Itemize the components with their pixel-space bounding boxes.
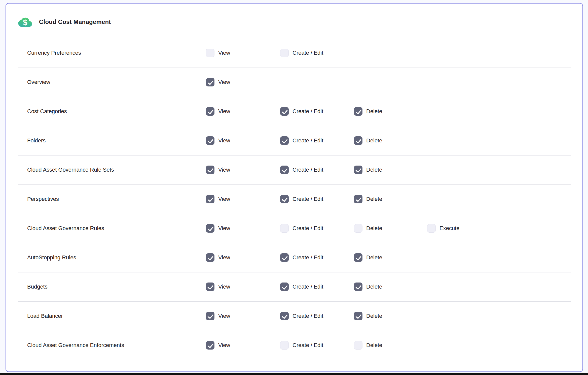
delete-label: Delete bbox=[366, 108, 382, 115]
view-label: View bbox=[218, 313, 230, 319]
permission-create-edit[interactable]: Create / Edit bbox=[280, 224, 323, 233]
permission-execute[interactable]: Execute bbox=[427, 224, 460, 233]
create-edit-checkbox[interactable] bbox=[280, 224, 289, 233]
permission-view[interactable]: View bbox=[206, 136, 230, 145]
permission-create-edit[interactable]: Create / Edit bbox=[280, 283, 323, 291]
view-checkbox[interactable] bbox=[206, 253, 214, 262]
delete-label: Delete bbox=[366, 342, 382, 349]
permission-delete[interactable]: Delete bbox=[354, 224, 382, 233]
permission-create-edit[interactable]: Create / Edit bbox=[280, 107, 323, 116]
permission-delete[interactable]: Delete bbox=[354, 312, 382, 320]
permission-delete[interactable]: Delete bbox=[354, 283, 382, 291]
create-edit-label: Create / Edit bbox=[292, 137, 323, 144]
permission-create-edit[interactable]: Create / Edit bbox=[280, 49, 323, 57]
page-title: Cloud Cost Management bbox=[39, 18, 111, 25]
cloud-dollar-icon: $ bbox=[18, 16, 32, 28]
delete-checkbox[interactable] bbox=[354, 253, 362, 262]
view-checkbox[interactable] bbox=[206, 283, 214, 291]
cloud-cost-management-card: $ Cloud Cost Management Currency Prefere… bbox=[6, 3, 583, 372]
resource-label: Cost Categories bbox=[27, 108, 67, 115]
permission-view[interactable]: View bbox=[206, 224, 230, 233]
permission-create-edit[interactable]: Create / Edit bbox=[280, 253, 323, 262]
resource-label: Folders bbox=[27, 137, 46, 144]
create-edit-label: Create / Edit bbox=[292, 167, 323, 173]
create-edit-label: Create / Edit bbox=[292, 254, 323, 261]
view-checkbox[interactable] bbox=[206, 312, 214, 320]
resource-label: Load Balancer bbox=[27, 313, 63, 319]
create-edit-checkbox[interactable] bbox=[280, 195, 289, 203]
permission-view[interactable]: View bbox=[206, 312, 230, 320]
create-edit-checkbox[interactable] bbox=[280, 253, 289, 262]
view-checkbox[interactable] bbox=[206, 78, 214, 86]
permission-view[interactable]: View bbox=[206, 253, 230, 262]
create-edit-checkbox[interactable] bbox=[280, 312, 289, 320]
permission-view[interactable]: View bbox=[206, 283, 230, 291]
permission-delete[interactable]: Delete bbox=[354, 253, 382, 262]
view-label: View bbox=[218, 108, 230, 115]
view-checkbox[interactable] bbox=[206, 136, 214, 145]
delete-label: Delete bbox=[366, 284, 382, 290]
row-autostopping-rules: AutoStopping Rules View Create / Edit De… bbox=[6, 243, 582, 272]
permission-view[interactable]: View bbox=[206, 49, 230, 57]
permission-delete[interactable]: Delete bbox=[354, 136, 382, 145]
view-checkbox[interactable] bbox=[206, 49, 214, 57]
delete-checkbox[interactable] bbox=[354, 341, 362, 350]
view-checkbox[interactable] bbox=[206, 195, 214, 203]
bottom-edge-bar bbox=[0, 373, 588, 375]
resource-label: Cloud Asset Governance Rules bbox=[27, 225, 104, 232]
delete-label: Delete bbox=[366, 196, 382, 202]
delete-checkbox[interactable] bbox=[354, 224, 362, 233]
permission-create-edit[interactable]: Create / Edit bbox=[280, 341, 323, 350]
delete-checkbox[interactable] bbox=[354, 166, 362, 174]
view-label: View bbox=[218, 342, 230, 349]
resource-label: Cloud Asset Governance Enforcements bbox=[27, 342, 124, 349]
permission-create-edit[interactable]: Create / Edit bbox=[280, 166, 323, 174]
row-cost-categories: Cost Categories View Create / Edit Delet… bbox=[6, 97, 582, 126]
delete-checkbox[interactable] bbox=[354, 283, 362, 291]
resource-label: Cloud Asset Governance Rule Sets bbox=[27, 167, 114, 173]
view-label: View bbox=[218, 225, 230, 232]
row-cloud-asset-governance-rules: Cloud Asset Governance Rules View Create… bbox=[6, 214, 582, 243]
permission-create-edit[interactable]: Create / Edit bbox=[280, 136, 323, 145]
row-currency-preferences: Currency Preferences View Create / Edit bbox=[6, 38, 582, 68]
permission-view[interactable]: View bbox=[206, 107, 230, 116]
create-edit-checkbox[interactable] bbox=[280, 107, 289, 116]
permission-create-edit[interactable]: Create / Edit bbox=[280, 195, 323, 203]
row-cloud-asset-governance-enforcements: Cloud Asset Governance Enforcements View… bbox=[6, 331, 582, 360]
delete-checkbox[interactable] bbox=[354, 107, 362, 116]
create-edit-label: Create / Edit bbox=[292, 108, 323, 115]
delete-checkbox[interactable] bbox=[354, 312, 362, 320]
row-load-balancer: Load Balancer View Create / Edit Delete bbox=[6, 301, 582, 331]
permission-view[interactable]: View bbox=[206, 78, 230, 86]
view-checkbox[interactable] bbox=[206, 224, 214, 233]
resource-label: Perspectives bbox=[27, 196, 59, 202]
permission-view[interactable]: View bbox=[206, 166, 230, 174]
row-budgets: Budgets View Create / Edit Delete bbox=[6, 272, 582, 301]
resource-label: Budgets bbox=[27, 284, 48, 290]
create-edit-checkbox[interactable] bbox=[280, 166, 289, 174]
create-edit-checkbox[interactable] bbox=[280, 341, 289, 350]
delete-checkbox[interactable] bbox=[354, 136, 362, 145]
permission-delete[interactable]: Delete bbox=[354, 341, 382, 350]
permission-view[interactable]: View bbox=[206, 341, 230, 350]
permission-delete[interactable]: Delete bbox=[354, 195, 382, 203]
resource-label: AutoStopping Rules bbox=[27, 254, 76, 261]
create-edit-label: Create / Edit bbox=[292, 284, 323, 290]
permission-create-edit[interactable]: Create / Edit bbox=[280, 312, 323, 320]
view-checkbox[interactable] bbox=[206, 341, 214, 350]
execute-checkbox[interactable] bbox=[427, 224, 436, 233]
permission-view[interactable]: View bbox=[206, 195, 230, 203]
permission-delete[interactable]: Delete bbox=[354, 166, 382, 174]
create-edit-checkbox[interactable] bbox=[280, 136, 289, 145]
view-label: View bbox=[218, 167, 230, 173]
delete-checkbox[interactable] bbox=[354, 195, 362, 203]
card-header: $ Cloud Cost Management bbox=[18, 16, 111, 28]
permission-rows: Currency Preferences View Create / Edit … bbox=[6, 38, 582, 360]
view-checkbox[interactable] bbox=[206, 107, 214, 116]
create-edit-checkbox[interactable] bbox=[280, 283, 289, 291]
permission-delete[interactable]: Delete bbox=[354, 107, 382, 116]
view-label: View bbox=[218, 254, 230, 261]
create-edit-checkbox[interactable] bbox=[280, 49, 289, 57]
view-label: View bbox=[218, 284, 230, 290]
view-checkbox[interactable] bbox=[206, 166, 214, 174]
